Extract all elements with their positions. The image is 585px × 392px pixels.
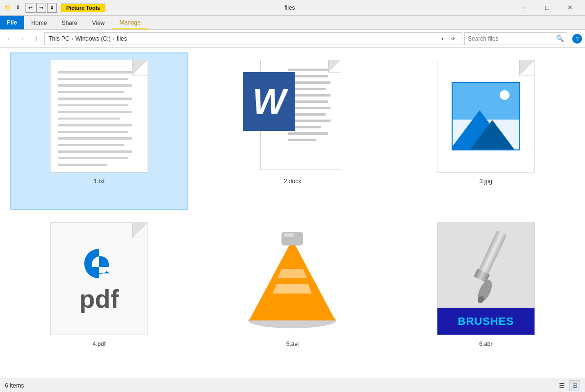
item-count: 6 items <box>5 382 24 389</box>
search-icon[interactable]: 🔍 <box>556 35 564 42</box>
undo-btn[interactable]: ↩ <box>25 3 35 13</box>
path-windows-c: Windows (C:) <box>76 35 111 42</box>
tab-view[interactable]: View <box>85 16 112 29</box>
search-box[interactable]: 🔍 <box>464 32 567 45</box>
close-button[interactable]: ✕ <box>559 0 581 16</box>
docx-document-icon: W <box>243 60 341 172</box>
jpg-preview <box>452 82 520 150</box>
tab-home[interactable]: Home <box>24 16 54 29</box>
abr-brushes-text: BRUSHES <box>458 315 514 328</box>
path-refresh-button[interactable]: ⟳ <box>448 33 458 45</box>
word-icon-badge: W <box>243 72 295 131</box>
file-item-pdf[interactable]: pdf 4.pdf <box>10 215 188 373</box>
details-view-btn[interactable]: ☰ <box>557 380 567 391</box>
file-label-avi: 5.avi <box>286 341 299 347</box>
forward-button[interactable]: › <box>17 33 28 45</box>
file-label-abr: 6.abr <box>479 341 492 347</box>
tab-manage[interactable]: Manage <box>112 16 148 29</box>
help-button[interactable]: ? <box>572 34 582 44</box>
abr-brush-area <box>437 223 534 308</box>
maximize-button[interactable]: □ <box>536 0 559 16</box>
svg-marker-3 <box>278 269 307 278</box>
up-button[interactable]: ↑ <box>30 33 42 45</box>
file-label-txt: 1.txt <box>94 178 105 185</box>
back-button[interactable]: ‹ <box>3 33 15 45</box>
edge-logo <box>82 246 116 286</box>
file-icon-txt <box>40 57 158 175</box>
file-label-docx: 2.docx <box>284 178 301 185</box>
file-icon-abr: BRUSHES <box>427 220 545 338</box>
address-bar: ‹ › ↑ This PC › Windows (C:) › files ▾ ⟳… <box>0 30 585 48</box>
svg-rect-5 <box>284 233 294 237</box>
status-bar: 6 items ☰ ⊞ <box>0 378 585 392</box>
minimize-button[interactable]: ─ <box>513 0 536 16</box>
vlc-icon <box>233 220 351 338</box>
title-bar: 📁 ⬇ ↩ ↪ ⬇ Picture Tools files ─ □ ✕ <box>0 0 585 16</box>
path-sep-2: › <box>113 35 115 42</box>
file-item-jpg[interactable]: 3.jpg <box>397 52 575 210</box>
tab-share[interactable]: Share <box>54 16 85 29</box>
ribbon-tabs: File Home Share View Manage <box>0 16 585 29</box>
large-icons-view-btn[interactable]: ⊞ <box>569 380 580 391</box>
view-toggle: ☰ ⊞ <box>557 380 580 391</box>
props-btn[interactable]: ⬇ <box>47 3 57 13</box>
jpg-document-icon <box>437 60 535 172</box>
path-sep-1: › <box>72 35 74 42</box>
file-icon-jpg <box>427 57 545 175</box>
file-icon-docx: W <box>233 57 351 175</box>
file-grid: 1.txt <box>0 48 585 378</box>
file-label-pdf: 4.pdf <box>93 341 106 347</box>
abr-document-icon: BRUSHES <box>437 222 535 335</box>
path-arrows: ▾ ⟳ <box>437 33 458 45</box>
quick-access-icon: ⬇ <box>14 4 22 12</box>
path-dropdown-button[interactable]: ▾ <box>437 33 447 45</box>
svg-marker-1 <box>249 240 335 320</box>
pdf-document-icon: pdf <box>50 222 148 335</box>
file-icon-pdf: pdf <box>40 220 158 338</box>
pdf-text: pdf <box>79 286 119 312</box>
search-input[interactable] <box>468 35 554 42</box>
main-area: 1.txt <box>0 48 585 378</box>
file-item-avi[interactable]: 5.avi <box>203 215 382 373</box>
ribbon: File Home Share View Manage <box>0 16 585 30</box>
address-path[interactable]: This PC › Windows (C:) › files ▾ ⟳ <box>44 32 462 45</box>
file-item-txt[interactable]: 1.txt <box>10 52 188 210</box>
quick-access-toolbar: ↩ ↪ ⬇ <box>25 3 57 13</box>
file-item-abr[interactable]: BRUSHES 6.abr <box>397 215 575 373</box>
svg-rect-6 <box>478 230 507 274</box>
abr-bottom-bar: BRUSHES <box>437 308 534 335</box>
svg-marker-2 <box>273 284 312 294</box>
file-label-jpg: 3.jpg <box>480 178 492 185</box>
path-this-pc: This PC <box>49 35 70 42</box>
window-title: files <box>66 4 513 11</box>
vlc-cone-svg <box>238 225 346 333</box>
tab-file[interactable]: File <box>0 16 24 29</box>
path-files: files <box>117 35 127 42</box>
file-icon-avi <box>233 220 351 338</box>
title-bar-icons: 📁 ⬇ <box>4 4 22 12</box>
txt-document-icon <box>50 60 148 172</box>
redo-btn[interactable]: ↪ <box>36 3 46 13</box>
folder-icon: 📁 <box>4 4 12 12</box>
brush-svg <box>447 226 525 305</box>
window-controls: ─ □ ✕ <box>513 0 581 16</box>
file-item-docx[interactable]: W 2.docx <box>203 52 382 210</box>
